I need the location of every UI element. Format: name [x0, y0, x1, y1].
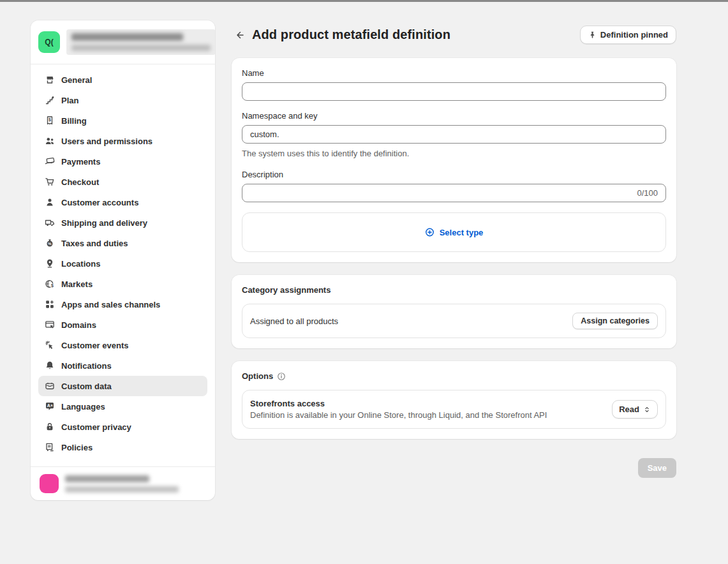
- sidebar-item-shipping-and-delivery[interactable]: Shipping and delivery: [38, 212, 207, 233]
- name-label: Name: [242, 68, 666, 78]
- sidebar-item-label: Policies: [61, 443, 93, 452]
- storefronts-access-description: Definition is available in your Online S…: [250, 410, 547, 420]
- sidebar-item-general[interactable]: General: [38, 70, 207, 90]
- svg-text:$: $: [48, 117, 51, 122]
- sidebar-item-plan[interactable]: Plan: [38, 90, 207, 110]
- main-content: Add product metafield definition Definit…: [232, 26, 676, 478]
- money-bag-icon: %: [45, 238, 55, 248]
- plus-circle-icon: [425, 228, 435, 237]
- store-domain-blur: [71, 45, 211, 51]
- sidebar-item-locations[interactable]: Locations: [38, 253, 207, 274]
- assign-categories-button[interactable]: Assign categories: [572, 313, 658, 329]
- sidebar-item-apps-and-sales-channels[interactable]: Apps and sales channels: [38, 294, 207, 315]
- payments-icon: [45, 156, 55, 167]
- page-header: Add product metafield definition Definit…: [232, 26, 676, 44]
- sidebar-item-customer-accounts[interactable]: Customer accounts: [38, 192, 207, 212]
- settings-sidebar: Q( General Plan $ Billing Users and perm…: [31, 20, 215, 500]
- sidebar-item-label: Users and permissions: [61, 137, 152, 146]
- sidebar-item-label: Locations: [61, 259, 100, 269]
- name-field-group: Name: [242, 68, 666, 101]
- sidebar-item-checkout[interactable]: Checkout: [38, 172, 207, 192]
- store-avatar: Q(: [38, 31, 60, 53]
- sidebar-item-label: Shipping and delivery: [61, 218, 147, 228]
- sidebar-item-customer-events[interactable]: Customer events: [38, 335, 207, 355]
- description-input[interactable]: [242, 184, 637, 202]
- user-name-blur: [65, 475, 149, 482]
- sidebar-item-label: Markets: [61, 279, 93, 289]
- save-button[interactable]: Save: [638, 458, 676, 478]
- sidebar-item-label: Notifications: [61, 361, 112, 371]
- definition-pinned-label: Definition pinned: [600, 30, 668, 40]
- checkout-cart-icon: [45, 177, 55, 187]
- sidebar-item-label: Customer accounts: [61, 198, 138, 207]
- sidebar-item-notifications[interactable]: Notifications: [38, 355, 207, 376]
- billing-icon: $: [45, 115, 55, 126]
- category-assignments-row: Assigned to all products Assign categori…: [242, 304, 666, 338]
- storefronts-access-title: Storefronts access: [250, 399, 547, 408]
- user-profile[interactable]: [31, 466, 215, 500]
- metafield-form-card: Name Namespace and key The system uses t…: [232, 58, 676, 262]
- sidebar-item-label: Domains: [61, 320, 96, 330]
- sidebar-item-label: Plan: [61, 96, 78, 105]
- namespace-input[interactable]: [242, 125, 666, 144]
- sidebar-item-label: Customer privacy: [61, 422, 131, 432]
- sidebar-item-payments[interactable]: Payments: [38, 151, 207, 172]
- sidebar-item-custom-data[interactable]: Custom data: [38, 376, 207, 396]
- namespace-helper-text: The system uses this to identify the def…: [242, 149, 666, 158]
- svg-text:%: %: [48, 242, 52, 246]
- category-assignments-title: Category assignments: [242, 285, 666, 295]
- storefronts-access-value: Read: [619, 404, 639, 414]
- sidebar-item-label: Payments: [61, 157, 100, 167]
- cursor-click-icon: [45, 340, 55, 350]
- select-type-button[interactable]: Select type: [425, 228, 484, 237]
- user-avatar: [40, 474, 59, 493]
- sidebar-item-label: General: [61, 75, 92, 85]
- globe-dollar-icon: $: [45, 279, 55, 289]
- sidebar-item-label: Checkout: [61, 177, 99, 187]
- sidebar-item-label: Languages: [61, 402, 105, 412]
- pin-icon: [588, 31, 597, 39]
- sidebar-item-label: Custom data: [61, 382, 112, 391]
- window-top-strip: [0, 0, 728, 2]
- storefronts-access-select[interactable]: Read: [612, 400, 658, 419]
- back-button[interactable]: [232, 27, 247, 43]
- description-char-counter: 0/100: [637, 188, 665, 198]
- bell-icon: [45, 360, 55, 371]
- name-input[interactable]: [242, 82, 666, 101]
- select-type-box: Select type: [242, 212, 666, 252]
- sidebar-item-taxes-and-duties[interactable]: % Taxes and duties: [38, 233, 207, 253]
- map-pin-icon: [45, 258, 55, 269]
- sidebar-item-languages[interactable]: Aa Languages: [38, 396, 207, 417]
- sidebar-item-customer-privacy[interactable]: Customer privacy: [38, 417, 207, 437]
- sidebar-item-markets[interactable]: $ Markets: [38, 274, 207, 294]
- storefronts-access-row: Storefronts access Definition is availab…: [242, 390, 666, 429]
- svg-text:a: a: [51, 403, 53, 407]
- sidebar-item-policies[interactable]: Policies: [38, 437, 207, 457]
- svg-text:A: A: [47, 403, 50, 408]
- metaobject-icon: [45, 381, 55, 391]
- save-row: Save: [232, 458, 676, 478]
- user-email-blur: [65, 486, 179, 493]
- truck-icon: [45, 218, 55, 228]
- person-icon: [45, 197, 55, 207]
- sidebar-item-billing[interactable]: $ Billing: [38, 110, 207, 131]
- info-icon[interactable]: [277, 372, 286, 381]
- user-info-redacted: [65, 475, 179, 493]
- translate-icon: Aa: [45, 401, 55, 412]
- policy-doc-icon: [45, 442, 55, 452]
- options-card: Options Storefronts access Definition is…: [232, 361, 676, 439]
- sidebar-item-label: Taxes and duties: [61, 239, 128, 248]
- namespace-label: Namespace and key: [242, 111, 666, 121]
- storefronts-access-text: Storefronts access Definition is availab…: [250, 399, 547, 420]
- store-name-blur: [71, 33, 183, 41]
- category-assignments-card: Category assignments Assigned to all pro…: [232, 275, 676, 348]
- store-header[interactable]: Q(: [31, 20, 215, 64]
- caret-updown-icon: [643, 406, 651, 413]
- definition-pinned-button[interactable]: Definition pinned: [580, 26, 676, 44]
- sidebar-item-domains[interactable]: Domains: [38, 315, 207, 335]
- sidebar-item-users-and-permissions[interactable]: Users and permissions: [38, 131, 207, 151]
- options-heading: Options: [242, 371, 666, 381]
- browser-icon: [45, 320, 55, 330]
- select-type-label: Select type: [440, 228, 484, 237]
- apps-grid-icon: [45, 299, 55, 309]
